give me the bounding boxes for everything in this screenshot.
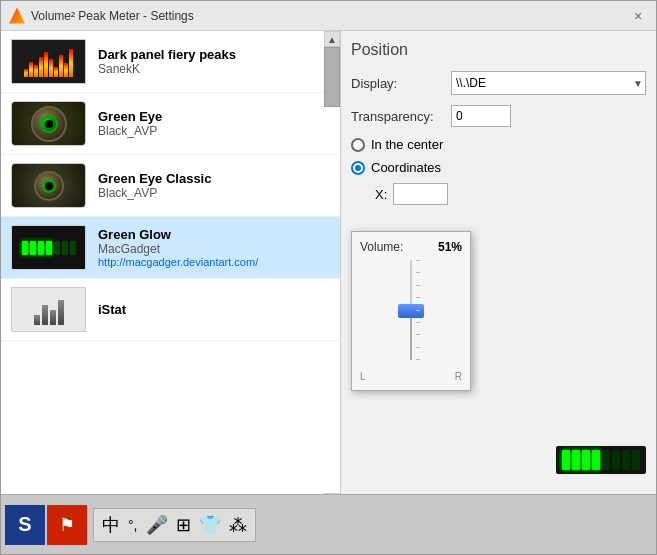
tray-icon-grid[interactable]: ⊞ (176, 514, 191, 536)
scroll-thumb[interactable] (324, 47, 340, 107)
tray-icon-chinese[interactable]: 中 (102, 513, 120, 537)
taskbar-s-icon: S (18, 513, 31, 536)
volume-popup: Volume: 51% L (351, 231, 471, 391)
scroll-up-button[interactable]: ▲ (324, 31, 340, 47)
fiery-bar (69, 49, 73, 77)
glow-seg-large (572, 450, 580, 470)
skin-name-istat: iStat (98, 302, 126, 317)
vol-right-label: R (455, 371, 462, 382)
vol-tick (416, 310, 420, 311)
vol-tick (416, 347, 420, 348)
skin-info-green-eye-classic: Green Eye Classic Black_AVP (98, 171, 211, 200)
title-bar: Volume² Peak Meter - Settings × (1, 1, 656, 31)
skin-name-dark-panel: Dark panel fiery peaks (98, 47, 236, 62)
skin-name-green-glow: Green Glow (98, 227, 258, 242)
skin-item-dark-panel[interactable]: Dark panel fiery peaks SanekK (1, 31, 340, 93)
x-input[interactable] (393, 183, 448, 205)
tray-icon-dots[interactable]: ⁂ (229, 514, 247, 536)
combo-arrow-icon: ▼ (633, 78, 643, 89)
volume-thumb[interactable] (398, 304, 424, 318)
glow-seg-large-dim (622, 450, 630, 470)
fiery-thumb (12, 40, 85, 83)
glow-seg-large (562, 450, 570, 470)
istat-bar (58, 300, 64, 325)
in-center-radio[interactable] (351, 138, 365, 152)
tray-icon-shirt[interactable]: 👕 (199, 514, 221, 536)
section-title: Position (351, 41, 646, 59)
skin-info-istat: iStat (98, 302, 126, 317)
vol-tick (416, 297, 420, 298)
vol-tick (416, 334, 420, 335)
in-center-row[interactable]: In the center (351, 137, 646, 152)
glow-seg-large-dim (602, 450, 610, 470)
volume-bottom-labels: L R (360, 371, 462, 382)
taskbar-item-blue[interactable]: S (5, 505, 45, 545)
volume-header: Volume: 51% (360, 240, 462, 254)
display-combo-value: \\.\DE (456, 76, 486, 90)
eye-thumb (12, 102, 85, 145)
fiery-bar (54, 67, 58, 77)
fiery-bar (44, 52, 48, 77)
skin-url-green-glow[interactable]: http://macgadger.deviantart.com/ (98, 256, 258, 268)
glow-seg-large (582, 450, 590, 470)
volume-tick-marks (416, 260, 420, 360)
x-coord-row: X: (375, 183, 646, 205)
glow-seg (22, 241, 28, 255)
system-tray: 中 °, 🎤 ⊞ 👕 ⁂ (93, 508, 256, 542)
coordinates-row[interactable]: Coordinates (351, 160, 646, 175)
coordinates-label: Coordinates (371, 160, 441, 175)
skin-name-green-eye-classic: Green Eye Classic (98, 171, 211, 186)
main-window: Volume² Peak Meter - Settings × (0, 0, 657, 555)
volume-slider-area[interactable] (360, 260, 462, 367)
skin-info-green-eye: Green Eye Black_AVP (98, 109, 162, 138)
fiery-bars (24, 47, 73, 77)
skin-item-green-glow[interactable]: Green Glow MacGadget http://macgadger.de… (1, 217, 340, 279)
display-combo[interactable]: \\.\DE ▼ (451, 71, 646, 95)
skin-thumb-istat (11, 287, 86, 332)
glow-seg-large-dim (632, 450, 640, 470)
skin-item-green-eye[interactable]: Green Eye Black_AVP (1, 93, 340, 155)
skin-item-green-eye-classic[interactable]: Green Eye Classic Black_AVP (1, 155, 340, 217)
transparency-label: Transparency: (351, 109, 451, 124)
taskbar-item-red[interactable]: ⚑ (47, 505, 87, 545)
fiery-bar (39, 57, 43, 77)
fiery-bar (64, 63, 68, 77)
vol-tick (416, 272, 420, 273)
skin-info-dark-panel: Dark panel fiery peaks SanekK (98, 47, 236, 76)
glow-seg (38, 241, 44, 255)
istat-bar (42, 305, 48, 325)
skin-thumb-dark-panel (11, 39, 86, 84)
glow-seg-large (592, 450, 600, 470)
app-icon (9, 8, 25, 24)
eye-pupil (45, 120, 53, 128)
glow-seg-large-dim (612, 450, 620, 470)
content-area: Dark panel fiery peaks SanekK Green Eye (1, 31, 656, 509)
istat-bars (34, 295, 64, 325)
istat-bar (50, 310, 56, 325)
x-label: X: (375, 187, 387, 202)
tray-icon-mic[interactable]: 🎤 (146, 514, 168, 536)
skin-list: Dark panel fiery peaks SanekK Green Eye (1, 31, 341, 509)
close-window-button[interactable]: × (628, 6, 648, 26)
fiery-bar (59, 55, 63, 77)
display-row: Display: \\.\DE ▼ (351, 71, 646, 95)
tray-icon-degree[interactable]: °, (128, 517, 138, 533)
volume-track (410, 260, 412, 360)
eye-pupil-classic (45, 182, 53, 190)
taskbar: S ⚑ 中 °, 🎤 ⊞ 👕 ⁂ (1, 494, 656, 554)
eye-outer-classic (34, 171, 64, 201)
glow-seg-dim (54, 241, 60, 255)
skin-item-istat[interactable]: iStat (1, 279, 340, 341)
volume-track-fill (410, 311, 412, 360)
fiery-bar (29, 62, 33, 77)
coordinates-radio[interactable] (351, 161, 365, 175)
skin-author-dark-panel: SanekK (98, 62, 236, 76)
volume-value: 51% (438, 240, 462, 254)
vol-tick (416, 322, 420, 323)
skin-author-green-glow: MacGadget (98, 242, 258, 256)
transparency-input[interactable] (451, 105, 511, 127)
skin-name-green-eye: Green Eye (98, 109, 162, 124)
vol-tick (416, 260, 420, 261)
glow-seg (30, 241, 36, 255)
glow-seg-dim (62, 241, 68, 255)
